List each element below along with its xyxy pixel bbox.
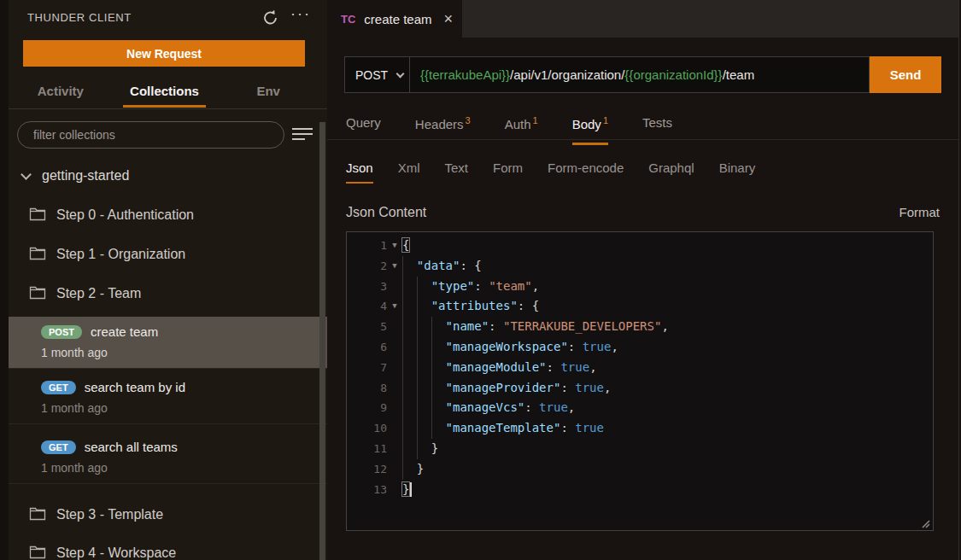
folder-label: Step 3 - Template [56,507,163,522]
folder-icon [29,246,46,264]
editor-line[interactable]: 8"manageProvider": true, [347,378,933,399]
request-search-all-teams[interactable]: GETsearch all teams1 month ago [9,432,327,484]
line-number: 12 [347,459,387,480]
request-search-team-by-id[interactable]: GETsearch team by id1 month ago [9,372,327,424]
indent-guide [417,296,431,317]
code-text: "manageProvider": true, [402,378,611,399]
editor-line[interactable]: 4▼"attributes": { [347,296,933,317]
tab-headers[interactable]: Headers3 [415,110,471,140]
fold-icon[interactable]: ▼ [387,296,402,317]
line-number: 9 [347,398,387,418]
text-cursor [410,482,412,497]
url-input[interactable]: {{terrakubeApi}}/api/v1/organization/{{o… [420,67,754,82]
sidebar-title: THUNDER CLIENT [27,11,132,24]
filter-collections-input[interactable] [17,121,284,149]
folder-step-0-authentication[interactable]: Step 0 - Authentication [29,203,194,227]
editor-line[interactable]: 2▼"data": { [347,256,933,277]
sidebar-scrollbar[interactable] [319,122,325,560]
token-key: "manageVcs" [446,400,525,414]
token-p: , [589,360,596,374]
folder-label: Step 1 - Organization [56,247,185,262]
request-create-team[interactable]: POSTcreate team1 month ago [9,317,327,369]
sidebar-tab-collections[interactable]: Collections [113,77,217,108]
folder-step-2-team[interactable]: Step 2 - Team [29,282,141,306]
editor-line[interactable]: 9"manageVcs": true, [347,398,933,418]
method-badge: POST [41,325,82,339]
editor-line[interactable]: 7"manageModule": true, [347,358,933,378]
method-dropdown[interactable]: POST [345,57,410,92]
fold-spacer [387,459,402,480]
thunder-client-logo: TC [341,13,355,26]
indent-guide [431,337,446,358]
close-icon[interactable]: × [444,10,454,28]
editor-tab-create-team[interactable]: TC create team × [327,0,462,38]
body-tab-json[interactable]: Json [346,160,373,184]
tab-query[interactable]: Query [346,110,381,140]
body-tab-binary[interactable]: Binary [719,160,756,184]
body-tab-xml[interactable]: Xml [398,160,420,184]
collection-getting-started[interactable]: getting-started [19,164,129,188]
sidebar-tab-env[interactable]: Env [216,77,320,108]
editor-line[interactable]: 13} [347,480,933,500]
token-p: , [604,381,611,394]
chevron-down-icon [21,169,32,180]
indent-guide [417,337,431,358]
fold-spacer [387,317,402,337]
tab-count-badge: 1 [533,115,538,125]
indent-guide [417,398,431,418]
fold-spacer [387,378,402,399]
token-p: , [568,400,575,414]
format-link[interactable]: Format [899,205,940,220]
folder-step-3-template[interactable]: Step 3 - Template [29,503,163,527]
folder-label: Step 2 - Team [56,286,141,301]
folder-step-4-workspace[interactable]: Step 4 - Workspace [29,541,176,560]
body-tab-graphql[interactable]: Graphql [648,160,694,184]
body-tab-form-encode[interactable]: Form-encode [548,160,624,184]
editor-line[interactable]: 1▼{ [347,236,933,256]
token-key: "attributes" [431,299,518,312]
editor-line[interactable]: 11} [347,439,933,459]
code-text: "attributes": { [402,296,539,317]
folder-step-1-organization[interactable]: Step 1 - Organization [29,242,185,266]
indent-guide [402,317,417,337]
sidebar-divider [9,108,327,109]
tab-tests[interactable]: Tests [642,110,672,140]
token-p: : [568,340,583,353]
indent-guide [402,358,417,378]
sidebar-tab-activity[interactable]: Activity [9,77,113,108]
fold-icon[interactable]: ▼ [387,236,402,256]
resize-handle-icon[interactable] [921,517,931,533]
tab-auth[interactable]: Auth1 [505,110,538,140]
token-bool: true [575,381,604,394]
editor-line[interactable]: 3"type": "team", [347,277,933,297]
refresh-icon[interactable] [261,9,280,27]
token-bool: true [583,340,612,353]
editor-line[interactable]: 5"name": "TERRAKUBE_DEVELOPERS", [347,317,933,337]
chevron-down-icon [396,69,405,78]
request-name: search team by id [85,380,185,394]
collections-menu-icon[interactable] [292,128,313,142]
line-number: 7 [347,358,387,378]
token-p: } [402,482,409,496]
method-badge: GET [41,381,76,394]
indent-guide [402,378,417,399]
request-name: search all teams [85,440,178,454]
token-p: , [532,279,539,293]
fold-icon[interactable]: ▼ [387,256,402,277]
body-tab-text[interactable]: Text [445,160,469,184]
more-options-icon[interactable]: ··· [290,5,311,23]
send-button[interactable]: Send [870,56,941,93]
editor-line[interactable]: 6"manageWorkspace": true, [347,337,933,358]
folder-icon [29,285,46,303]
activity-bar-edge [0,0,9,560]
token-str: "TERRAKUBE_DEVELOPERS" [503,319,661,333]
method-label: POST [355,68,388,82]
line-number: 11 [347,439,387,459]
editor-line[interactable]: 10"manageTemplate": true [347,418,933,439]
new-request-button[interactable]: New Request [23,40,305,67]
body-tab-form[interactable]: Form [493,160,523,184]
editor-line[interactable]: 12} [347,459,933,480]
main-panel: TC create team × POST {{terrakubeApi}}/a… [327,0,961,560]
json-editor[interactable]: 1▼{2▼"data": {3"type": "team",4▼"attribu… [346,231,934,531]
tab-body[interactable]: Body1 [572,110,608,140]
